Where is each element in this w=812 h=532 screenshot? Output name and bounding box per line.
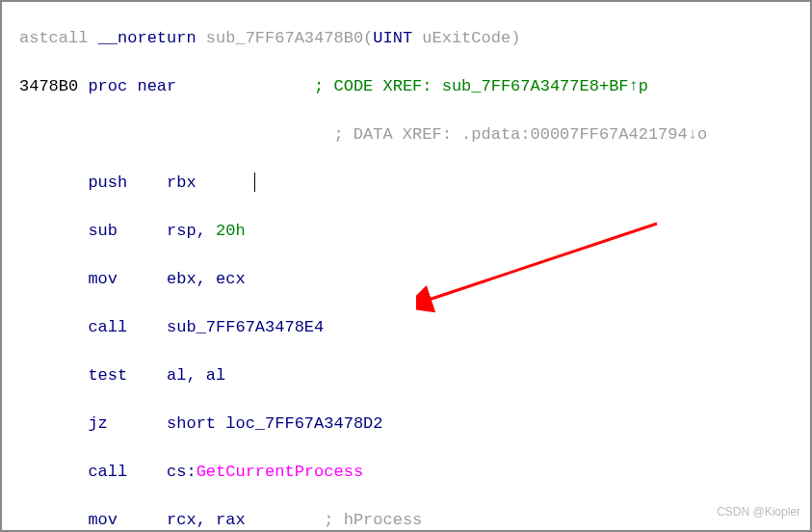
sig-paren-open: ( <box>363 29 373 47</box>
text-cursor <box>254 173 255 192</box>
mn: call sub_7FF67A3478E4 <box>19 318 324 336</box>
mn: jz short loc_7FF67A3478D2 <box>19 414 382 433</box>
instr-test[interactable]: test al, al <box>19 363 810 387</box>
mn: test al, al <box>19 366 225 385</box>
sig-paren-close: ) <box>511 29 520 47</box>
api-fn: GetCurrentProcess <box>196 463 363 481</box>
disassembly-listing: astcall __noreturn sub_7FF67A3478B0(UINT… <box>2 2 810 532</box>
proc-near: proc near <box>78 77 176 95</box>
mn: push rbx <box>19 173 255 192</box>
instr-mov1[interactable]: mov ebx, ecx <box>19 267 810 291</box>
sig-ptype: UINT <box>373 29 412 47</box>
mn: sub rsp, <box>19 222 216 240</box>
sig-pname: uExitCode <box>412 29 511 47</box>
comment: ; hProcess <box>324 511 422 529</box>
data-xref-1: ; DATA XREF: .pdata:00007FF67A421794↓o <box>333 125 707 144</box>
instr-sub[interactable]: sub rsp, 20h <box>19 219 810 243</box>
instr-push[interactable]: push rbx <box>19 171 810 195</box>
mn: mov rcx, rax <box>19 511 324 529</box>
sig-keyword: __noreturn <box>98 29 196 47</box>
instr-call2[interactable]: call cs:GetCurrentProcess <box>19 460 810 484</box>
mn: mov ebx, ecx <box>19 270 246 288</box>
watermark: CSDN @Kiopler <box>717 500 800 524</box>
imm: 20h <box>216 222 246 240</box>
sig-name: sub_7FF67A3478B0 <box>196 29 363 47</box>
instr-jz[interactable]: jz short loc_7FF67A3478D2 <box>19 412 810 436</box>
spacer <box>19 125 333 144</box>
code-xref-1: ; CODE XREF: sub_7FF67A3477E8+BF↑p <box>314 77 648 95</box>
spacer <box>176 77 314 95</box>
instr-mov2[interactable]: mov rcx, rax ; hProcess <box>19 508 810 532</box>
proc-line[interactable]: 3478B0 proc near ; CODE XREF: sub_7FF67A… <box>19 74 810 98</box>
instr-call1[interactable]: call sub_7FF67A3478E4 <box>19 315 810 339</box>
proc-addr: 3478B0 <box>19 77 78 95</box>
mn: call cs: <box>19 463 196 481</box>
sig-prefix: astcall <box>19 29 98 47</box>
data-xref-line[interactable]: ; DATA XREF: .pdata:00007FF67A421794↓o <box>19 122 810 146</box>
signature-line[interactable]: astcall __noreturn sub_7FF67A3478B0(UINT… <box>19 26 810 50</box>
